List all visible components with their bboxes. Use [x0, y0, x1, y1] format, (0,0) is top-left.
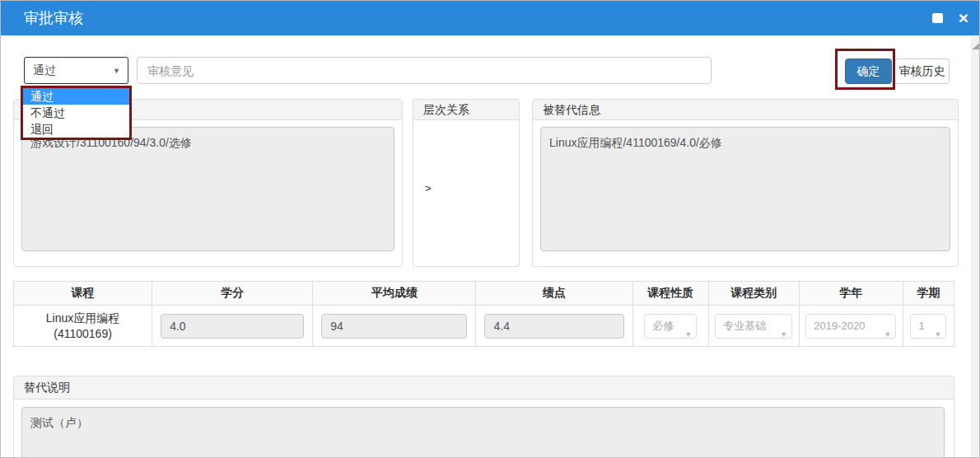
option-pass[interactable]: 通过	[23, 88, 129, 105]
substituted-info-textarea: Linux应用编程/41100169/4.0/必修	[540, 127, 950, 251]
cell-gpa: 4.4	[476, 306, 632, 347]
confirm-button[interactable]: 确定	[845, 58, 892, 84]
header-course-category: 课程类别	[708, 282, 799, 306]
review-result-select-value: 通过	[33, 58, 56, 83]
cell-course-category: 专业基础 ▼	[708, 306, 799, 347]
review-result-option-list: 通过 不通过 退回	[23, 88, 129, 138]
chevron-down-icon: ▼	[113, 67, 120, 75]
cell-semester: 1 ▼	[903, 306, 954, 347]
semester-select: 1 ▼	[910, 314, 946, 339]
header-gpa: 绩点	[476, 282, 632, 306]
chevron-down-icon: ▼	[935, 323, 942, 346]
cell-avg-score: 94	[313, 306, 476, 347]
modal-titlebar: 审批审核 ×	[1, 1, 980, 35]
cell-credit: 4.0	[152, 306, 313, 347]
header-school-year: 学年	[799, 282, 903, 306]
cell-school-year: 2019-2020 ▼	[799, 306, 903, 347]
note-panel-header: 替代说明	[14, 376, 954, 400]
course-table: 课程 学分 平均成绩 绩点 课程性质 课程类别 学年 学期 Linux应用编程 …	[13, 281, 954, 347]
gpa-input: 4.4	[484, 314, 623, 339]
header-avg-score: 平均成绩	[313, 282, 476, 306]
scrollbar-grip-icon	[972, 43, 980, 49]
maximize-icon[interactable]	[932, 13, 943, 23]
credit-input: 4.0	[161, 314, 304, 339]
header-course: 课程	[14, 282, 152, 306]
vertical-scrollbar[interactable]	[971, 35, 980, 458]
close-icon[interactable]: ×	[959, 7, 968, 29]
approval-review-modal: 审批审核 × 通过 ▼ 确定 审核历史 通过 不通过 退回 游戏设计/31100…	[0, 0, 980, 458]
cell-course-nature: 必修 ▼	[632, 306, 708, 347]
header-credit: 学分	[152, 282, 313, 306]
chevron-down-icon: ▼	[884, 323, 891, 346]
review-history-button[interactable]: 审核历史	[894, 58, 950, 84]
course-table-header-row: 课程 学分 平均成绩 绩点 课程性质 课程类别 学年 学期	[14, 282, 954, 306]
relation-panel: 层次关系 >	[413, 99, 520, 267]
school-year-select: 2019-2020 ▼	[805, 314, 896, 339]
school-year-value: 2019-2020	[814, 320, 865, 332]
chevron-down-icon: ▼	[780, 323, 787, 346]
course-table-row: Linux应用编程 (41100169) 4.0 94 4.4 必修 ▼ 专业基…	[14, 306, 954, 347]
course-name: Linux应用编程	[14, 311, 152, 326]
cell-course: Linux应用编程 (41100169)	[14, 306, 152, 347]
relation-symbol: >	[425, 182, 432, 194]
semester-value: 1	[918, 320, 924, 332]
course-category-value: 专业基础	[723, 320, 766, 332]
note-panel: 替代说明 测试（卢）	[13, 376, 954, 458]
course-category-select: 专业基础 ▼	[715, 314, 792, 339]
course-code: (41100169)	[14, 326, 152, 342]
note-textarea: 测试（卢）	[21, 407, 945, 458]
avg-score-input: 94	[321, 314, 467, 339]
relation-panel-header: 层次关系	[413, 100, 519, 120]
substitute-info-textarea: 游戏设计/31100160/94/3.0/选修	[21, 127, 394, 251]
substituted-info-panel: 被替代信息 Linux应用编程/41100169/4.0/必修	[532, 99, 959, 267]
option-fail[interactable]: 不通过	[23, 105, 129, 121]
review-result-select[interactable]: 通过 ▼	[24, 57, 128, 84]
header-course-nature: 课程性质	[632, 282, 708, 306]
modal-title: 审批审核	[24, 1, 83, 35]
course-nature-value: 必修	[652, 320, 674, 332]
review-comment-input[interactable]	[137, 57, 712, 84]
option-return[interactable]: 退回	[23, 121, 129, 138]
substituted-info-panel-header: 被替代信息	[533, 100, 958, 120]
header-semester: 学期	[903, 282, 954, 306]
course-nature-select: 必修 ▼	[644, 314, 697, 339]
chevron-down-icon: ▼	[684, 323, 692, 346]
